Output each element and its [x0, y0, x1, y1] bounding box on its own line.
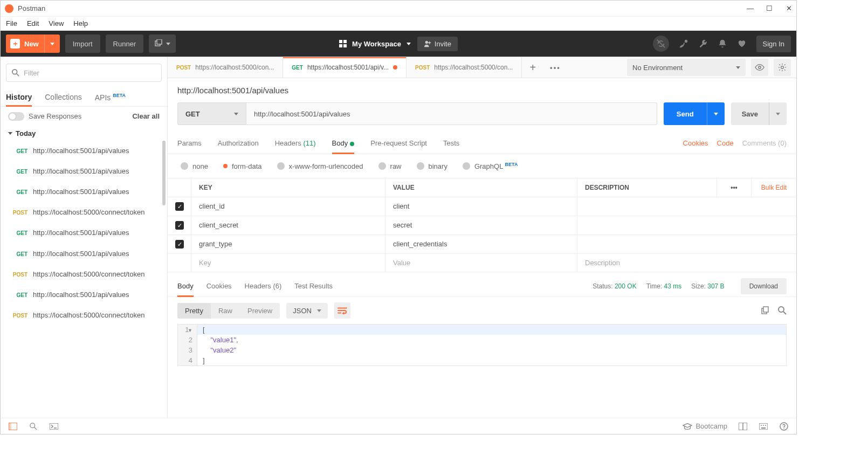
tab-params[interactable]: Params: [177, 133, 202, 154]
body-type-raw[interactable]: raw: [378, 162, 402, 170]
key-cell[interactable]: client_secret: [191, 216, 385, 234]
save-responses-toggle[interactable]: [8, 112, 24, 121]
bulk-edit-button[interactable]: Bulk Edit: [761, 184, 787, 191]
tab-collections[interactable]: Collections: [45, 88, 81, 106]
tab-headers[interactable]: Headers (11): [275, 133, 316, 154]
code-link[interactable]: Code: [717, 133, 734, 154]
environment-quicklook-button[interactable]: [751, 59, 768, 76]
new-button[interactable]: ＋ New: [6, 35, 60, 53]
clear-all-button[interactable]: Clear all: [132, 112, 160, 120]
bootcamp-button[interactable]: Bootcamp: [683, 422, 727, 430]
history-item[interactable]: POSThttps://localhost:5000/connect/token: [1, 202, 167, 223]
runner-button[interactable]: Runner: [106, 35, 144, 53]
copy-response-button[interactable]: [761, 306, 769, 315]
new-key-input[interactable]: Key: [191, 254, 385, 272]
method-selector[interactable]: GET: [177, 102, 246, 125]
help-button[interactable]: [779, 422, 789, 431]
window-minimize-button[interactable]: —: [747, 4, 753, 12]
menu-help[interactable]: Help: [73, 19, 88, 27]
view-raw[interactable]: Raw: [211, 303, 240, 319]
history-item[interactable]: GEThttp://localhost:5001/api/values: [1, 141, 167, 161]
response-tab-cookies[interactable]: Cookies: [206, 275, 239, 296]
response-tab-tests[interactable]: Test Results: [294, 275, 340, 296]
history-item[interactable]: POSThttps://localhost:5000/connect/token: [1, 305, 167, 326]
wrench-icon[interactable]: [698, 39, 708, 49]
wrap-lines-button[interactable]: [334, 302, 350, 319]
key-cell[interactable]: grant_type: [191, 235, 385, 253]
view-preview[interactable]: Preview: [240, 303, 280, 319]
filter-input[interactable]: Filter: [6, 64, 162, 82]
tab-authorization[interactable]: Authorization: [218, 133, 259, 154]
bell-icon[interactable]: [718, 39, 727, 49]
body-type-xwww[interactable]: x-www-form-urlencoded: [277, 162, 363, 170]
sync-off-button[interactable]: [653, 36, 669, 52]
environment-selector[interactable]: No Environment: [627, 59, 746, 76]
toggle-sidebar-button[interactable]: [8, 422, 18, 431]
history-item[interactable]: GEThttp://localhost:5001/api/values: [1, 161, 167, 182]
keyboard-shortcuts-button[interactable]: [759, 422, 768, 431]
save-dropdown-button[interactable]: [769, 102, 787, 125]
history-group-header[interactable]: Today: [1, 126, 167, 141]
request-tab[interactable]: POSThttps://localhost:5000/con...: [407, 57, 522, 78]
body-type-formdata[interactable]: form-data: [223, 162, 262, 170]
cookies-link[interactable]: Cookies: [683, 133, 708, 154]
response-body[interactable]: 1 ▼[2 "value1",3 "value2"4]: [177, 324, 787, 366]
tab-history[interactable]: History: [6, 88, 32, 106]
row-checkbox[interactable]: ✓: [175, 240, 184, 249]
signin-button[interactable]: Sign In: [756, 36, 791, 52]
comments-link[interactable]: Comments (0): [742, 133, 787, 154]
window-maximize-button[interactable]: ☐: [766, 4, 773, 12]
send-button[interactable]: Send: [664, 102, 725, 125]
row-options-button[interactable]: •••: [717, 178, 751, 197]
row-checkbox[interactable]: ✓: [175, 202, 184, 211]
download-button[interactable]: Download: [741, 278, 787, 294]
heart-icon[interactable]: [737, 39, 747, 49]
invite-button[interactable]: Invite: [417, 37, 458, 51]
history-item[interactable]: GEThttp://localhost:5001/api/values: [1, 285, 167, 305]
find-button[interactable]: [29, 422, 38, 431]
body-type-graphql[interactable]: GraphQL BETA: [463, 162, 518, 170]
view-pretty[interactable]: Pretty: [177, 303, 211, 319]
value-cell[interactable]: client: [385, 197, 577, 216]
add-tab-button[interactable]: +: [522, 61, 543, 74]
tab-prerequest[interactable]: Pre-request Script: [370, 133, 427, 154]
key-cell[interactable]: client_id: [191, 197, 385, 216]
menu-file[interactable]: File: [6, 19, 17, 27]
tab-apis[interactable]: APIs BETA: [95, 88, 126, 106]
history-item[interactable]: GEThttp://localhost:5001/api/values: [1, 182, 167, 202]
satellite-icon[interactable]: [679, 39, 688, 49]
body-type-binary[interactable]: binary: [417, 162, 447, 170]
value-cell[interactable]: client_credentials: [385, 235, 577, 253]
body-type-none[interactable]: none: [181, 162, 208, 170]
desc-cell[interactable]: [577, 216, 796, 234]
history-item[interactable]: GEThttp://localhost:5001/api/values: [1, 244, 167, 264]
tab-options-button[interactable]: •••: [543, 64, 567, 72]
request-title[interactable]: http://localhost:5001/api/values: [168, 78, 796, 102]
window-close-button[interactable]: ✕: [786, 4, 792, 12]
open-new-button[interactable]: [149, 35, 176, 53]
url-input[interactable]: http://localhost:5001/api/values: [246, 102, 657, 125]
send-dropdown-button[interactable]: [707, 102, 725, 125]
value-cell[interactable]: secret: [385, 216, 577, 234]
history-item[interactable]: GEThttp://localhost:5001/api/values: [1, 223, 167, 243]
import-button[interactable]: Import: [65, 35, 100, 53]
response-tab-body[interactable]: Body: [177, 275, 201, 296]
desc-cell[interactable]: [577, 197, 796, 216]
history-item[interactable]: POSThttps://localhost:5000/connect/token: [1, 264, 167, 285]
new-desc-input[interactable]: Description: [577, 254, 796, 272]
row-checkbox[interactable]: ✓: [175, 221, 184, 230]
response-tab-headers[interactable]: Headers (6): [245, 275, 290, 296]
layout-two-pane-button[interactable]: [738, 422, 748, 431]
menu-edit[interactable]: Edit: [27, 19, 39, 27]
scrollbar-thumb[interactable]: [162, 141, 166, 205]
workspace-selector[interactable]: My Workspace: [339, 40, 411, 48]
save-button[interactable]: Save: [731, 102, 787, 125]
console-button[interactable]: [49, 422, 59, 431]
request-tab[interactable]: GEThttps://localhost:5001/api/v...: [283, 57, 407, 78]
menu-view[interactable]: View: [49, 19, 64, 27]
language-selector[interactable]: JSON: [286, 303, 328, 319]
desc-cell[interactable]: [577, 235, 796, 253]
request-tab[interactable]: POSThttps://localhost:5000/con...: [168, 57, 283, 78]
search-response-button[interactable]: [778, 306, 787, 315]
tab-tests[interactable]: Tests: [443, 133, 459, 154]
